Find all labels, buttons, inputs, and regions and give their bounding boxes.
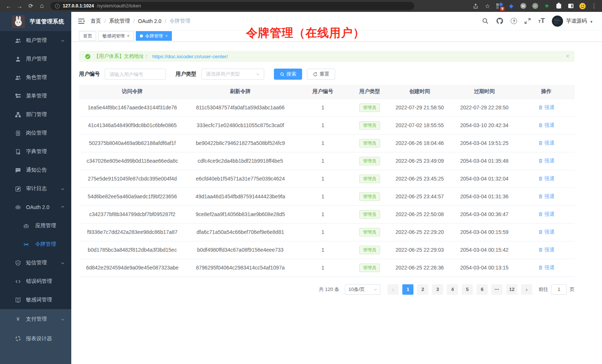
user-type-tag: 管理员: [359, 228, 380, 236]
page-button[interactable]: 3: [432, 284, 443, 295]
profile-emoji-icon[interactable]: [579, 3, 586, 9]
tab-token[interactable]: 令牌管理×: [136, 31, 172, 41]
github-icon[interactable]: [496, 17, 504, 25]
page-button[interactable]: 5: [462, 284, 473, 295]
force-logout-button[interactable]: 强退: [538, 229, 554, 235]
extension-tabs-icon[interactable]: 9: [496, 3, 503, 9]
force-logout-button[interactable]: 强退: [538, 193, 554, 200]
access-token-cell: 41c41346a548490f9dc8b01c6bfe0865: [79, 116, 186, 134]
tab-sensitive-word[interactable]: 敏感词管理×: [98, 31, 134, 41]
page-button[interactable]: 4: [447, 284, 458, 295]
trash-icon: [538, 123, 543, 128]
user-id-input[interactable]: [105, 69, 166, 80]
search-icon[interactable]: [482, 17, 489, 24]
force-logout-button[interactable]: 强退: [538, 175, 554, 182]
sidebar-item-error-code[interactable]: 错误码管理: [0, 272, 71, 291]
trash-icon: [538, 105, 543, 110]
extension-gem-icon[interactable]: ◆: [508, 3, 514, 9]
next-page-button[interactable]: ›: [521, 284, 532, 295]
sidebar-item-oauth2-app[interactable]: 应用管理: [0, 216, 71, 235]
sidebar-item-dept[interactable]: 部门管理: [0, 105, 71, 124]
page-info-icon[interactable]: i: [55, 4, 60, 9]
page-button[interactable]: 6: [477, 284, 488, 295]
sidebar-item-audit-log[interactable]: 审计日志: [0, 179, 71, 198]
user-menu[interactable]: 芋道源码 ▼: [552, 16, 593, 27]
search-button[interactable]: 搜索: [274, 69, 302, 80]
sidebar-item-oauth2[interactable]: OAuth 2.0: [0, 198, 71, 216]
sidebar-item-sensitive-word[interactable]: 敏感词管理: [0, 291, 71, 309]
fullscreen-icon[interactable]: [524, 17, 531, 24]
address-bar[interactable]: i 127.0.0.1:1024/system/oauth2/token: [50, 2, 414, 10]
side-panel-icon[interactable]: [567, 3, 574, 9]
sidebar-item-user[interactable]: 用户管理: [0, 50, 71, 68]
main-area: 首页/系统管理/OAuth 2.0/令牌管理 ? TT 芋道源码: [71, 12, 602, 364]
prev-page-button[interactable]: ‹: [387, 284, 399, 295]
sidebar-item-report[interactable]: 报表设计器: [0, 329, 71, 348]
doc-link[interactable]: https://doc.iocoder.cn/user-center/: [153, 54, 228, 59]
user-type-cell: 管理员: [351, 223, 389, 241]
tab-label: 首页: [83, 33, 92, 39]
browser-refresh-icon[interactable]: ⟳: [26, 3, 36, 9]
sidebar-item-pay[interactable]: ¥支付管理: [0, 309, 71, 329]
breadcrumb-item[interactable]: 首页: [91, 18, 101, 24]
goto-label: 前往: [539, 286, 548, 293]
doc-alert: 【用户体系】文档地址： https://doc.iocoder.cn/user-…: [79, 51, 575, 62]
browser-forward-icon[interactable]: →: [15, 3, 24, 9]
browser-menu-icon[interactable]: ⋮: [591, 3, 597, 9]
sidebar-item-menu[interactable]: 菜单管理: [0, 87, 71, 105]
force-logout-button[interactable]: 强退: [538, 158, 554, 164]
access-token-cell: 54d6be82ee5a460a9aedc1f9bf223656: [79, 188, 186, 205]
page-button[interactable]: 12: [506, 284, 517, 295]
share-icon[interactable]: [472, 3, 479, 9]
breadcrumb-item[interactable]: OAuth 2.0: [138, 18, 161, 24]
code-icon: [15, 278, 21, 285]
extension-star-icon[interactable]: ★: [544, 3, 550, 9]
reset-button[interactable]: 重置: [307, 69, 335, 80]
goto-page-input[interactable]: [551, 284, 567, 295]
user-type-cell: 管理员: [351, 134, 389, 152]
browser-home-icon[interactable]: ⌂: [37, 2, 47, 10]
help-icon[interactable]: ?: [511, 18, 517, 24]
force-logout-button[interactable]: 强退: [538, 264, 554, 271]
refresh-icon: [313, 72, 318, 77]
url-path: /system/oauth2/token: [97, 3, 141, 9]
extension-record-icon[interactable]: [532, 3, 538, 9]
user-type-select[interactable]: 请选择用户类型: [201, 69, 264, 80]
page-size-select[interactable]: 10条/页: [345, 284, 380, 295]
force-logout-button[interactable]: 强退: [538, 104, 554, 111]
token-table: 访问令牌刷新令牌用户编号用户类型创建时间过期时间操作 1ea5e44f8bc14…: [79, 85, 575, 277]
force-logout-button[interactable]: 强退: [538, 122, 554, 129]
sidebar-item-post[interactable]: 岗位管理: [0, 124, 71, 142]
browser-back-icon[interactable]: ←: [4, 3, 13, 9]
sidebar-item-notice[interactable]: 通知公告: [0, 161, 71, 179]
app-logo[interactable]: 芋道管理系统: [0, 12, 71, 31]
font-size-icon[interactable]: TT: [538, 17, 545, 25]
force-logout-button[interactable]: 强退: [538, 140, 554, 146]
svg-text:¥: ¥: [17, 316, 20, 322]
page-button[interactable]: 1: [402, 284, 413, 295]
sidebar-item-dict[interactable]: 字典管理: [0, 142, 71, 161]
force-logout-button[interactable]: 强退: [538, 211, 554, 218]
tab-close-icon[interactable]: ×: [127, 33, 130, 39]
sidebar-item-tenant[interactable]: 租户管理: [0, 31, 71, 50]
tab-close-icon[interactable]: ×: [165, 33, 168, 39]
page-button[interactable]: 2: [417, 284, 428, 295]
expire-time-cell: 2054-03-04 00:36:47: [451, 205, 518, 223]
table-row: 6d842e2924594de9a09e45e087323abe8796295f…: [79, 259, 575, 277]
force-logout-button[interactable]: 强退: [538, 246, 554, 253]
column-header: 访问令牌: [79, 85, 186, 99]
sidebar-item-role[interactable]: 角色管理: [0, 68, 71, 87]
page-more-button[interactable]: •••: [491, 284, 503, 295]
sidebar-fold-icon[interactable]: [77, 17, 85, 25]
sidebar-item-oauth2-token[interactable]: 令牌管理: [0, 235, 71, 254]
extension-command-icon[interactable]: ⌘: [520, 3, 526, 9]
tab-home[interactable]: 首页: [79, 31, 96, 41]
trash-icon: [538, 229, 543, 234]
extensions-puzzle-icon[interactable]: [556, 3, 562, 9]
sidebar-item-sms[interactable]: 短信管理: [0, 254, 71, 272]
alert-close-icon[interactable]: ✕: [566, 54, 570, 59]
column-header: 创建时间: [389, 85, 451, 99]
breadcrumb-item[interactable]: 系统管理: [109, 18, 130, 24]
bookmark-star-icon[interactable]: ☆: [484, 3, 491, 9]
user-id-cell: 1: [295, 134, 351, 152]
